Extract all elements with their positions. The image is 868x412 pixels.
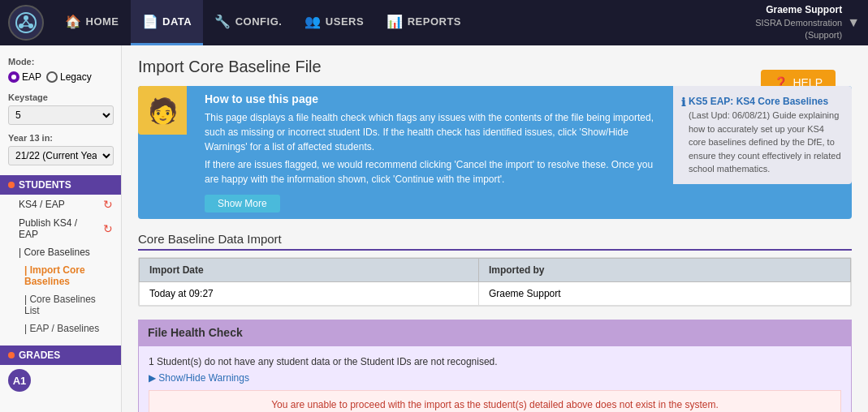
show-hide-warnings-link[interactable]: Show/Hide Warnings (149, 372, 841, 384)
health-warning-text: 1 Student(s) do not have any student dat… (149, 356, 841, 367)
imported-by-cell: Graeme Support (478, 282, 850, 306)
info-title: How to use this page (205, 92, 655, 105)
sidebar-section-students[interactable]: STUDENTS (0, 175, 121, 195)
nav-data[interactable]: 📄 DATA (131, 0, 204, 45)
col-import-date: Import Date (140, 259, 479, 282)
eap-radio[interactable] (8, 71, 19, 83)
info-avatar: 🧑 (138, 86, 187, 135)
health-check-title: File Health Check (138, 320, 852, 345)
sidebar-sub-import-core[interactable]: | Import Core Baselines (0, 261, 121, 290)
nav-config[interactable]: 🔧 CONFIG. (203, 0, 293, 45)
data-icon: 📄 (142, 14, 159, 29)
svg-line-4 (22, 20, 26, 25)
grades-dot (8, 352, 15, 358)
year13-select[interactable]: 21/22 (Current Year 13) (8, 146, 114, 165)
nav-items: 🏠 HOME 📄 DATA 🔧 CONFIG. 👥 USERS 📊 REPORT… (54, 0, 755, 45)
health-check-body: 1 Student(s) do not have any student dat… (138, 345, 852, 412)
user-menu[interactable]: Graeme Support SISRA Demonstration (Supp… (755, 3, 860, 42)
info-side-link[interactable]: KS5 EAP: KS4 Core Baselines (689, 94, 844, 109)
sidebar-item-core-baselines[interactable]: | Core Baselines (0, 243, 121, 261)
import-table: Import Date Imported by Today at 09:27 G… (139, 258, 851, 306)
col-imported-by: Imported by (478, 259, 850, 282)
sidebar-sub-eap-baselines[interactable]: | EAP / Baselines (0, 320, 121, 337)
nav-users[interactable]: 👥 USERS (293, 0, 375, 45)
chevron-down-icon: ▼ (847, 15, 860, 30)
sidebar-item-ks4eap[interactable]: KS4 / EAP ↻ (0, 195, 121, 214)
mode-eap[interactable]: EAP (8, 71, 41, 83)
sidebar-item-publish[interactable]: Publish KS4 / EAP ↻ (0, 214, 121, 243)
sidebar: Mode: EAP Legacy Keystage 5 Year 13 in: … (0, 45, 122, 412)
top-navigation: 🏠 HOME 📄 DATA 🔧 CONFIG. 👥 USERS 📊 REPORT… (0, 0, 868, 45)
refresh-icon-publish: ↻ (103, 222, 113, 235)
year13-label: Year 13 in: (0, 127, 121, 144)
keystage-label: Keystage (0, 86, 121, 104)
page-title: Import Core Baseline File (138, 58, 322, 76)
import-date-cell: Today at 09:27 (140, 282, 479, 306)
info-content: How to use this page This page displays … (196, 86, 663, 219)
nav-home[interactable]: 🏠 HOME (54, 0, 131, 45)
students-dot (8, 182, 15, 188)
home-icon: 🏠 (65, 14, 82, 29)
user-info: Graeme Support SISRA Demonstration (Supp… (755, 3, 842, 42)
mode-label: Mode: (0, 54, 121, 68)
info-text: This page displays a file health check w… (205, 110, 655, 187)
info-side-meta: (Last Upd: 06/08/21) Guide explaining ho… (689, 109, 844, 176)
config-icon: 🔧 (214, 14, 231, 29)
app-logo (8, 5, 44, 41)
svg-line-5 (26, 20, 30, 25)
page-header: Import Core Baseline File ❓ HELP (138, 58, 852, 86)
refresh-icon-ks4eap: ↻ (103, 198, 113, 211)
health-check-section: File Health Check 1 Student(s) do not ha… (138, 320, 852, 412)
nav-reports[interactable]: 📊 REPORTS (375, 0, 473, 45)
core-section-title: Core Baseline Data Import (138, 232, 852, 251)
table-row: Today at 09:27 Graeme Support (140, 282, 851, 306)
info-icon: ℹ (681, 94, 685, 111)
users-icon: 👥 (304, 14, 322, 29)
error-message: You are unable to proceed with the impor… (159, 399, 831, 410)
core-data-table-box: Import Date Imported by Today at 09:27 G… (138, 257, 852, 307)
main-content: Import Core Baseline File ❓ HELP 🧑 How t… (122, 45, 868, 412)
legacy-radio[interactable] (46, 71, 58, 83)
reports-icon: 📊 (386, 14, 404, 29)
svg-point-1 (24, 15, 28, 20)
sidebar-section-grades[interactable]: GRADES (0, 345, 121, 365)
show-more-button[interactable]: Show More (205, 195, 280, 212)
info-side: ℹ KS5 EAP: KS4 Core Baselines (Last Upd:… (673, 86, 852, 184)
badge-a1: A1 (8, 369, 31, 392)
error-box: You are unable to proceed with the impor… (149, 390, 841, 412)
mode-toggle: EAP Legacy (0, 68, 121, 86)
keystage-select[interactable]: 5 (8, 105, 114, 125)
mode-legacy[interactable]: Legacy (46, 71, 92, 83)
info-box: 🧑 How to use this page This page display… (138, 86, 852, 219)
sidebar-sub-core-list[interactable]: | Core Baselines List (0, 290, 121, 320)
